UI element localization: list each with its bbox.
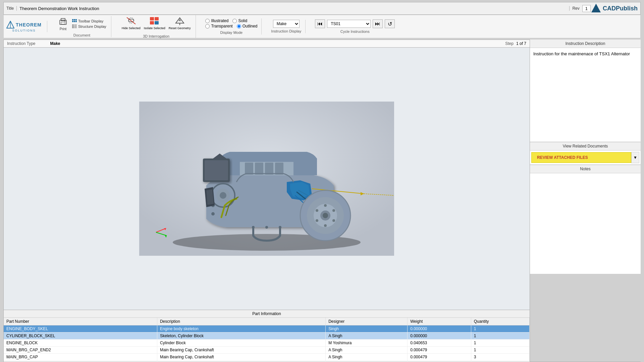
- cycle-instructions-select[interactable]: TS01 TS02 TS03: [327, 20, 371, 28]
- table-row[interactable]: ENGINE_BLOCKCylinder BlockM Yoshimura0.0…: [4, 340, 530, 347]
- illustrated-radio[interactable]: [205, 19, 210, 23]
- structure-display-label: Structure Display: [78, 24, 106, 28]
- table-row[interactable]: MAIN_BRG_CAP_ENDMain Bearing Cap, Cranks…: [4, 361, 530, 362]
- illustrated-option[interactable]: Illustrated: [205, 18, 228, 23]
- svg-rect-34: [245, 163, 253, 175]
- interrogation-label: 3D Interrogation: [143, 34, 169, 38]
- hide-selected-button[interactable]: Hide Selected: [121, 15, 142, 31]
- notes-content: [530, 173, 641, 274]
- svg-rect-25: [155, 21, 159, 24]
- outlined-option[interactable]: Outlined: [237, 24, 258, 28]
- svg-point-45: [332, 219, 335, 222]
- instruction-display-select[interactable]: Make Inspect Remove Install: [273, 20, 300, 28]
- outlined-label: Outlined: [243, 24, 258, 28]
- svg-rect-23: [155, 17, 159, 20]
- col-part-number: Part Number: [4, 318, 157, 325]
- theorem-logo-icon: [6, 21, 14, 29]
- reset-geometry-button[interactable]: Reset Geometry: [168, 15, 192, 31]
- col-description: Description: [157, 318, 325, 325]
- svg-rect-22: [150, 17, 154, 20]
- svg-rect-9: [75, 19, 77, 20]
- print-button[interactable]: Print: [57, 16, 69, 32]
- theorem-logo: THEOREM SOLUTIONS: [6, 21, 47, 32]
- svg-point-6: [65, 20, 66, 21]
- review-row: REVIEW ATTACHED FILES ▼: [530, 150, 641, 165]
- solid-radio[interactable]: [232, 19, 237, 23]
- svg-rect-16: [74, 24, 77, 25]
- table-row[interactable]: ENGINE_BODY_SKELEngine body skeletonSing…: [4, 325, 530, 333]
- svg-rect-12: [75, 21, 77, 22]
- interrogation-group: Hide Selected Isolate Selected: [117, 15, 196, 38]
- svg-rect-14: [72, 26, 74, 27]
- svg-point-42: [323, 213, 328, 218]
- document-group: Print Toolbar Display: [53, 16, 111, 37]
- instruction-desc-content: Instruction for the maintnenace of TSX1 …: [533, 51, 630, 56]
- viewer-area: Instruction Type Make Step 1 of 7: [3, 40, 530, 310]
- toolbar: THEOREM SOLUTIONS Print: [3, 15, 641, 38]
- outlined-radio[interactable]: [237, 24, 241, 28]
- instruction-desc-text: Instruction for the maintnenace of TSX1 …: [530, 48, 641, 142]
- svg-rect-15: [72, 27, 74, 28]
- instruction-description-section: Instruction Description Instruction for …: [530, 40, 641, 142]
- reset-geometry-label: Reset Geometry: [169, 26, 191, 30]
- svg-rect-37: [275, 163, 283, 175]
- review-arrow-button[interactable]: ▼: [631, 152, 639, 163]
- cadpublish-text: CADPublish: [603, 5, 638, 12]
- svg-rect-36: [265, 163, 273, 175]
- transparent-option[interactable]: Transparent: [205, 24, 232, 28]
- reset-geometry-icon: [174, 16, 186, 26]
- 3d-viewer[interactable]: [4, 48, 530, 310]
- toolbar-display-button[interactable]: Toolbar Display: [71, 19, 107, 23]
- isolate-selected-label: Isolate Selected: [144, 26, 165, 30]
- hide-selected-label: Hide Selected: [122, 26, 141, 30]
- title-bar: Title Theorem Demonstration Work Instruc…: [3, 2, 641, 15]
- transparent-label: Transparent: [211, 24, 232, 28]
- step-value: 1 of 7: [516, 41, 526, 46]
- svg-point-44: [332, 209, 335, 212]
- related-docs-title: View Related Documents: [530, 142, 641, 150]
- svg-rect-18: [74, 27, 77, 28]
- part-table: Part Number Description Designer Weight …: [4, 318, 530, 362]
- display-buttons: Toolbar Display Structure Display: [71, 19, 107, 29]
- cycle-next-button[interactable]: ⏭: [373, 19, 383, 28]
- print-label: Print: [60, 27, 67, 31]
- rev-label: Rev: [569, 6, 579, 11]
- title-label: Title: [6, 6, 17, 11]
- toolbar-display-label: Toolbar Display: [78, 19, 103, 23]
- table-row[interactable]: MAIN_BRG_CAP_END2Main Bearing Cap, Crank…: [4, 347, 530, 354]
- cycle-instructions-label: Cycle Instructions: [340, 29, 370, 34]
- table-row[interactable]: MAIN_BRG_CAPMain Bearing Cap, Crankshaft…: [4, 354, 530, 361]
- isolate-selected-button[interactable]: Isolate Selected: [143, 15, 166, 31]
- svg-point-43: [324, 204, 327, 207]
- print-icon: [59, 17, 67, 26]
- col-quantity: Quantity: [471, 318, 529, 325]
- review-attached-files-button[interactable]: REVIEW ATTACHED FILES: [531, 152, 631, 163]
- svg-rect-10: [72, 21, 73, 22]
- instruction-type-label: Instruction Type: [7, 41, 36, 46]
- solid-label: Solid: [238, 18, 247, 23]
- part-info-section: Part Information Part Number Description…: [3, 310, 530, 362]
- instruction-type-bar: Instruction Type Make Step 1 of 7: [4, 40, 530, 48]
- structure-display-button[interactable]: Structure Display: [71, 24, 107, 29]
- instruction-type-value: Make: [50, 41, 60, 46]
- cycle-refresh-button[interactable]: ↺: [385, 19, 395, 28]
- svg-point-53: [211, 212, 215, 216]
- display-mode-label: Display Mode: [205, 31, 257, 35]
- svg-rect-33: [205, 160, 228, 180]
- theorem-sub: SOLUTIONS: [12, 29, 36, 32]
- cycle-first-button[interactable]: ⏮: [315, 19, 325, 28]
- solid-option[interactable]: Solid: [232, 18, 247, 23]
- svg-rect-35: [255, 163, 263, 175]
- svg-point-51: [220, 192, 226, 199]
- svg-point-47: [316, 219, 318, 222]
- svg-rect-4: [61, 22, 65, 24]
- svg-rect-17: [74, 26, 77, 27]
- toolbar-display-icon: [72, 19, 77, 23]
- transparent-radio[interactable]: [205, 24, 210, 28]
- cadpublish-logo: CADPublish: [591, 3, 638, 14]
- table-row[interactable]: CYLINDER_BLOCK_SKELSkeleton, Cylinder Bl…: [4, 333, 530, 340]
- svg-point-46: [324, 224, 327, 227]
- step-label: Step: [505, 41, 514, 46]
- document-group-label: Document: [73, 33, 90, 37]
- svg-point-55: [265, 226, 268, 229]
